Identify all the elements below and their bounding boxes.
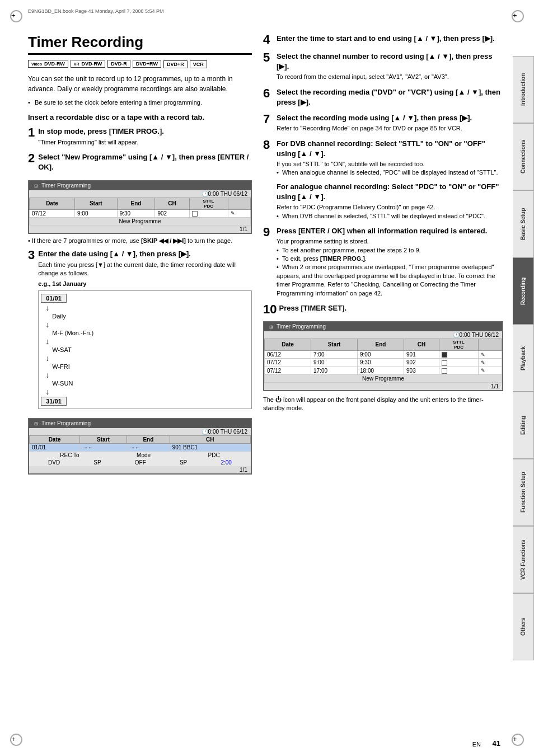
date-end: 31/01: [41, 397, 67, 406]
step-5-body: To record from the external input, selec…: [277, 73, 503, 81]
sidebar-tab-connections[interactable]: Connections: [513, 123, 534, 190]
ui-box-2-title-bar: ⊞ Timer Programming: [29, 419, 251, 428]
step-4-title: Enter the time to start and to end using…: [277, 34, 503, 44]
cell-check-3-1: [439, 350, 479, 358]
page-number: 41: [493, 739, 500, 748]
ui-box-3-time: 0:00 THU 06/12: [460, 332, 499, 338]
step-9-content: Press [ENTER / OK] when all information …: [277, 226, 503, 298]
sidebar-tab-playback[interactable]: Playback: [513, 325, 534, 392]
step-3-title: Enter the date using [▲ / ▼], then press…: [38, 249, 252, 259]
step-10-title: Press [TIMER SET].: [279, 303, 503, 313]
cell-date-3-3: 07/12: [265, 367, 311, 374]
cell-ch-entry: 901 BBC1: [170, 443, 250, 451]
date-start: 01/01: [41, 294, 67, 303]
step-1: 1 In stop mode, press [TIMER PROG.]. "Ti…: [28, 126, 252, 147]
ui-table-2: Date Start End CH 01/01 →← →← 901 BBC1: [29, 435, 251, 452]
device-icons: Video DVD-RW VR DVD-RW DVD-R DVD+RW DVD+…: [28, 59, 252, 68]
ui-box-2-page: 1/1: [240, 467, 247, 473]
date-cycle-mf: M-F (Mon.-Fri.): [41, 329, 249, 337]
device-icon-video-dvdrw: Video DVD-RW: [28, 60, 68, 68]
cell-start-3-2: 9:00: [311, 359, 358, 367]
step-9-body: Your programme setting is stored. To set…: [277, 237, 503, 298]
clock-icon-3: 🕐: [453, 332, 460, 338]
ui-box-3-wrapper: ⊞ Timer Programming 🕐 0:00 THU 06/12 Dat…: [263, 321, 503, 391]
sidebar-tabs: Introduction Connections Basic Setup Rec…: [513, 56, 534, 660]
col-sttl-3: STTLPDC: [439, 339, 479, 350]
sidebar-tab-others[interactable]: Others: [513, 593, 534, 660]
cell-end-3-2: 9:30: [358, 359, 404, 367]
step-3-body: Each time you press [▼] at the current d…: [38, 261, 252, 278]
step-8-sub-body: Refer to "PDC (Programme Delivery Contro…: [277, 203, 503, 220]
step-6-content: Select the recording media ("DVD" or "VC…: [277, 87, 503, 107]
skip-text: • If there are 7 programmes or more, use…: [28, 237, 252, 245]
checkbox-1: [192, 211, 198, 217]
col-ch-3: CH: [404, 339, 439, 350]
step-2-number: 2: [28, 152, 35, 165]
new-programme-label: New Programme: [30, 217, 251, 225]
ui-table-2-header: Date Start End CH: [30, 435, 251, 443]
sidebar-tab-editing[interactable]: Editing: [513, 392, 534, 459]
step-1-title: In stop mode, press [TIMER PROG.].: [38, 126, 252, 137]
cell-end-entry: →←: [127, 443, 170, 451]
step-5-content: Select the channel number to record usin…: [277, 51, 503, 82]
ui-box-1-footer: 1/1: [29, 226, 251, 233]
cell-sttl-1: [189, 209, 228, 217]
timer-prog-bold: [TIMER PROG.]: [320, 255, 365, 262]
step-7-body: Refer to "Recording Mode" on page 34 for…: [277, 124, 503, 133]
col-sttl-1: STTLPDC: [189, 198, 228, 209]
step-7-title: Select the recording mode using [▲ / ▼],…: [277, 113, 503, 123]
step-1-content: In stop mode, press [TIMER PROG.]. "Time…: [38, 126, 252, 147]
col-end-1: End: [117, 198, 155, 209]
arrow-2: ↓: [41, 320, 249, 329]
step-8-content: For DVB channel recording: Select "STTL"…: [277, 139, 503, 220]
checkbox-3-3: [442, 368, 447, 374]
cell-check-3-2: [439, 359, 479, 367]
step-9-bullet-2: To exit, press [TIMER PROG.].: [277, 255, 367, 262]
arrow-3: ↓: [41, 337, 249, 346]
col-start-1: Start: [74, 198, 117, 209]
step-7: 7 Select the recording mode using [▲ / ▼…: [263, 113, 503, 133]
ui-box-1-title: Timer Programming: [41, 182, 91, 189]
sidebar-tab-vcr-functions[interactable]: VCR Functions: [513, 526, 534, 593]
step-10: 10 Press [TIMER SET].: [263, 303, 503, 316]
col-date-1: Date: [30, 198, 75, 209]
step-7-number: 7: [263, 113, 274, 125]
sub-entry-row-2: DVD SP OFF SP 2:00: [29, 459, 251, 466]
sp-timer: SP: [180, 459, 187, 466]
sidebar-tab-introduction[interactable]: Introduction: [513, 56, 534, 123]
page-number-label: EN: [472, 741, 481, 748]
date-cycle-wsat: W-SAT: [41, 346, 249, 354]
step-9-title: Press [ENTER / OK] when all information …: [277, 226, 503, 236]
step-6-title: Select the recording media ("DVD" or "VC…: [277, 87, 503, 107]
skip-bold: [SKIP ◀◀ / ▶▶I]: [141, 237, 186, 244]
rec-to-label: REC To: [60, 452, 79, 458]
cell-edit-3-1: ✎: [479, 350, 502, 358]
clock-icon-2: 🕐: [202, 429, 208, 435]
ui-box-1-status: 🕐 0:00 THU 06/12: [29, 190, 251, 198]
date-cycle-wsun: W-SUN: [41, 379, 249, 387]
sidebar-tab-recording[interactable]: Recording: [513, 257, 534, 325]
cell-end-3-1: 9:00: [358, 350, 404, 358]
col-date-3: Date: [265, 339, 311, 350]
device-icon-dvdr: DVD-R: [107, 60, 130, 68]
arrow-6: ↓: [41, 387, 249, 396]
col-extra-3: [479, 339, 502, 350]
step-10-content: Press [TIMER SET].: [279, 303, 503, 313]
final-text: The ⏻ icon will appear on the front pane…: [263, 396, 503, 413]
timer-duration: 2:00: [221, 459, 231, 466]
ui-table-3-header: Date Start End CH STTLPDC: [265, 339, 502, 350]
wsun-label: W-SUN: [52, 380, 73, 387]
step-3-number: 3: [28, 249, 35, 261]
col-ch-2: CH: [170, 435, 250, 443]
wsat-label: W-SAT: [52, 346, 71, 353]
new-programme-row-3: New Programme: [265, 375, 502, 383]
sidebar-tab-basic-setup[interactable]: Basic Setup: [513, 190, 534, 257]
col-date-2: Date: [30, 435, 80, 443]
ui-box-2-title: Timer Programming: [41, 420, 91, 426]
cell-end-3-3: 18:00: [358, 367, 404, 374]
step-9-bullet-1: To set another programme, repeat the ste…: [277, 247, 421, 253]
corner-tl: +: [10, 10, 22, 22]
sidebar-tab-function-setup[interactable]: Function Setup: [513, 459, 534, 526]
step-4-number: 4: [263, 34, 274, 46]
corner-bl: +: [10, 734, 22, 746]
